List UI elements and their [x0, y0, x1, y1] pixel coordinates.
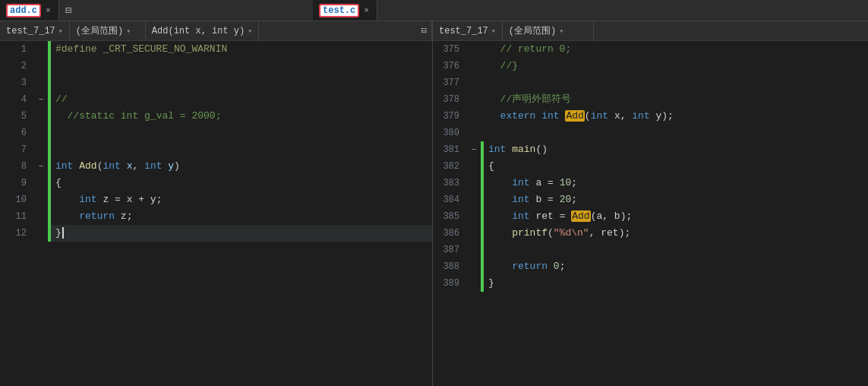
- line-content: [51, 74, 432, 91]
- split-button[interactable]: ⊟: [62, 4, 74, 17]
- line-gutter: [467, 275, 481, 292]
- line-content: extern int Add(int x, int y);: [484, 108, 868, 125]
- code-line: 385 int ret = Add(a, b);: [433, 208, 868, 225]
- line-number: 377: [433, 74, 467, 91]
- scope1-arrow: ▾: [58, 27, 63, 36]
- tab-test-c-label: test.c: [319, 4, 359, 17]
- code-line: 388 return 0;: [433, 258, 868, 275]
- code-line: 8−int Add(int x, int y): [0, 158, 432, 175]
- code-line: 5 //static int g_val = 2000;: [0, 108, 432, 125]
- right-scope1-arrow: ▾: [491, 27, 496, 36]
- code-line: 381−int main(): [433, 141, 868, 158]
- line-content: int a = 10;: [484, 175, 868, 191]
- left-toolbar-scope1[interactable]: test_7_17 ▾: [0, 21, 70, 40]
- line-number: 2: [0, 58, 34, 74]
- line-gutter: [467, 58, 481, 74]
- line-number: 384: [433, 191, 467, 208]
- line-number: 10: [0, 191, 34, 208]
- code-line: 384 int b = 20;: [433, 191, 868, 208]
- code-line: 379 extern int Add(int x, int y);: [433, 108, 868, 125]
- line-number: 6: [0, 125, 34, 141]
- line-number: 379: [433, 108, 467, 125]
- tab-test-c-close[interactable]: ×: [362, 5, 371, 16]
- line-content: [51, 58, 432, 74]
- line-number: 388: [433, 258, 467, 275]
- right-code-editor[interactable]: 375 // return 0;376 //}377378 //声明外部符号37…: [433, 41, 868, 386]
- line-content: }: [484, 275, 868, 292]
- line-number: 381: [433, 141, 467, 158]
- right-toolbar-scope2[interactable]: (全局范围) ▾: [503, 21, 594, 40]
- line-gutter: [467, 191, 481, 208]
- line-number: 385: [433, 208, 467, 225]
- left-toolbar-scope2[interactable]: (全局范围) ▾: [70, 21, 146, 40]
- line-number: 376: [433, 58, 467, 74]
- line-number: 375: [433, 41, 467, 58]
- line-gutter: [34, 125, 48, 141]
- line-number: 389: [433, 275, 467, 292]
- line-content: int main(): [484, 141, 868, 158]
- line-content: int z = x + y;: [51, 191, 432, 208]
- left-toolbar-split-btn[interactable]: ⊟: [417, 21, 432, 40]
- code-line: 10 int z = x + y;: [0, 191, 432, 208]
- tab-add-c[interactable]: add.c ×: [0, 0, 59, 21]
- line-gutter: [34, 74, 48, 91]
- tab-add-c-close[interactable]: ×: [44, 5, 52, 16]
- code-line: 9{: [0, 175, 432, 191]
- line-content: //static int g_val = 2000;: [51, 108, 432, 125]
- line-number: 4: [0, 91, 34, 108]
- line-gutter: [467, 175, 481, 191]
- code-line: 4−//: [0, 91, 432, 108]
- left-code-editor[interactable]: 1#define _CRT_SECURE_NO_WARNIN234−//5 //…: [0, 41, 432, 386]
- line-content: return z;: [51, 208, 432, 225]
- line-number: 7: [0, 141, 34, 158]
- line-content: {: [484, 158, 868, 175]
- tab-test-c[interactable]: test.c ×: [313, 0, 377, 21]
- line-content: int ret = Add(a, b);: [484, 208, 868, 225]
- line-gutter[interactable]: −: [467, 141, 481, 158]
- line-number: 378: [433, 91, 467, 108]
- line-content: [484, 242, 868, 258]
- line-gutter: [34, 58, 48, 74]
- left-editor-pane: test_7_17 ▾ (全局范围) ▾ Add(int x, int y) ▾…: [0, 21, 433, 386]
- line-number: 5: [0, 108, 34, 125]
- line-gutter: [34, 108, 48, 125]
- right-toolbar-scope1[interactable]: test_7_17 ▾: [433, 21, 503, 40]
- code-line: 380: [433, 125, 868, 141]
- line-gutter: [34, 141, 48, 158]
- line-number: 12: [0, 225, 34, 242]
- editors-container: test_7_17 ▾ (全局范围) ▾ Add(int x, int y) ▾…: [0, 21, 868, 386]
- line-content: {: [51, 175, 432, 191]
- line-number: 8: [0, 158, 34, 175]
- code-line: 387: [433, 242, 868, 258]
- line-content: //: [51, 91, 432, 108]
- line-content: // return 0;: [484, 41, 868, 58]
- left-toolbar-scope3[interactable]: Add(int x, int y) ▾: [146, 21, 259, 40]
- code-line: 2: [0, 58, 432, 74]
- line-number: 387: [433, 242, 467, 258]
- line-gutter: [34, 175, 48, 191]
- line-gutter[interactable]: −: [34, 158, 48, 175]
- line-gutter: [34, 191, 48, 208]
- line-number: 3: [0, 74, 34, 91]
- code-line: 386 printf("%d\n", ret);: [433, 225, 868, 242]
- code-line: 377: [433, 74, 868, 91]
- line-content: [51, 141, 432, 158]
- line-gutter: [467, 91, 481, 108]
- right-toolbar: test_7_17 ▾ (全局范围) ▾: [433, 21, 868, 41]
- line-content: int Add(int x, int y): [51, 158, 432, 175]
- code-line: 11 return z;: [0, 208, 432, 225]
- line-gutter[interactable]: −: [34, 91, 48, 108]
- right-editor-pane: test_7_17 ▾ (全局范围) ▾ 375 // return 0;376…: [433, 21, 868, 386]
- scope2-arrow: ▾: [126, 27, 131, 36]
- line-gutter: [467, 158, 481, 175]
- code-line: 3: [0, 74, 432, 91]
- line-gutter: [467, 74, 481, 91]
- line-number: 380: [433, 125, 467, 141]
- line-gutter: [467, 242, 481, 258]
- code-line: 375 // return 0;: [433, 41, 868, 58]
- line-number: 1: [0, 41, 34, 58]
- line-number: 11: [0, 208, 34, 225]
- code-line: 1#define _CRT_SECURE_NO_WARNIN: [0, 41, 432, 58]
- code-line: 382{: [433, 158, 868, 175]
- line-content: //声明外部符号: [484, 91, 868, 108]
